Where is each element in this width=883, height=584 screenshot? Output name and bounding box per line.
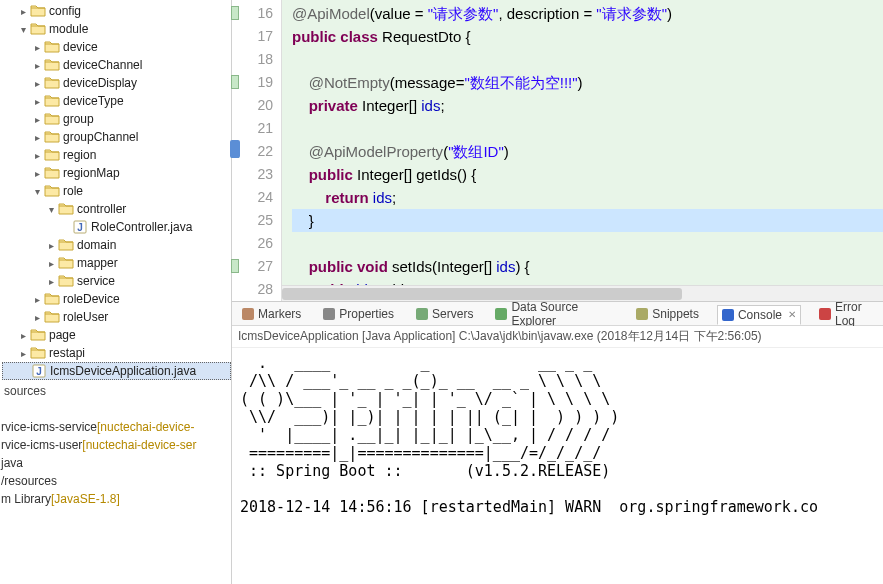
tree-folder[interactable]: ▾module <box>2 20 231 38</box>
expand-icon[interactable]: ▸ <box>30 94 44 108</box>
expand-icon[interactable]: ▸ <box>16 328 30 342</box>
editor-h-scrollbar[interactable] <box>282 285 883 301</box>
line-number[interactable]: 16 <box>232 2 273 25</box>
expand-icon[interactable]: ▸ <box>30 130 44 144</box>
project-entry[interactable]: m Library [JavaSE-1.8] <box>0 490 231 508</box>
bookmark-icon[interactable] <box>230 140 240 158</box>
code-line[interactable] <box>292 117 883 140</box>
code-line[interactable]: public class RequestDto { <box>292 25 883 48</box>
view-tab-snippets[interactable]: Snippets <box>632 305 703 323</box>
project-entry[interactable]: rvice-icms-user [nuctechai-device-ser <box>0 436 231 454</box>
expand-icon[interactable]: ▾ <box>16 22 30 36</box>
tree-folder[interactable]: ▸domain <box>2 236 231 254</box>
expand-icon[interactable]: ▾ <box>44 202 58 216</box>
expand-icon[interactable]: ▸ <box>30 310 44 324</box>
expand-icon[interactable]: ▸ <box>16 346 30 360</box>
code-line[interactable]: public Integer[] getIds() { <box>292 163 883 186</box>
change-marker-icon[interactable] <box>231 6 239 20</box>
code-line[interactable]: public void setIds(Integer[] ids) { <box>292 255 883 278</box>
code-line[interactable]: return ids; <box>292 186 883 209</box>
view-tab-error-log[interactable]: Error Log <box>815 298 883 330</box>
tree-folder[interactable]: ▾controller <box>2 200 231 218</box>
line-number[interactable]: 24 <box>232 186 273 209</box>
tree-folder[interactable]: ▸config <box>2 2 231 20</box>
expand-icon[interactable]: ▸ <box>30 40 44 54</box>
line-number[interactable]: 19 <box>232 71 273 94</box>
expand-icon[interactable] <box>17 364 31 378</box>
tree-folder[interactable]: ▸region <box>2 146 231 164</box>
tree-folder[interactable]: ▸deviceType <box>2 92 231 110</box>
line-number[interactable]: 27 <box>232 255 273 278</box>
code-line[interactable]: } <box>292 209 883 232</box>
change-marker-icon[interactable] <box>231 259 239 273</box>
view-tab-markers[interactable]: Markers <box>238 305 305 323</box>
console-launch-info: IcmsDeviceApplication [Java Application]… <box>232 326 883 348</box>
tree-folder[interactable]: ▸deviceChannel <box>2 56 231 74</box>
view-tab-console[interactable]: Console✕ <box>717 305 801 325</box>
change-marker-icon[interactable] <box>231 75 239 89</box>
expand-icon[interactable]: ▸ <box>16 4 30 18</box>
expand-icon[interactable]: ▸ <box>30 292 44 306</box>
tree-folder[interactable]: ▸page <box>2 326 231 344</box>
tree-folder[interactable]: ▸device <box>2 38 231 56</box>
tree-folder[interactable]: ▾role <box>2 182 231 200</box>
project-label: rvice-icms-user <box>1 438 82 452</box>
views-tabbar[interactable]: MarkersPropertiesServersData Source Expl… <box>232 302 883 326</box>
code-line[interactable] <box>292 232 883 255</box>
line-number[interactable]: 25 <box>232 209 273 232</box>
code-line[interactable]: private Integer[] ids; <box>292 94 883 117</box>
tree-folder[interactable]: ▸restapi <box>2 344 231 362</box>
code-content[interactable]: @ApiModel(value = "请求参数", description = … <box>282 0 883 301</box>
expand-icon[interactable]: ▸ <box>30 76 44 90</box>
view-tab-properties[interactable]: Properties <box>319 305 398 323</box>
view-tab-servers[interactable]: Servers <box>412 305 477 323</box>
tree-folder[interactable]: ▸deviceDisplay <box>2 74 231 92</box>
code-line[interactable]: @NotEmpty(message="数组不能为空!!!") <box>292 71 883 94</box>
line-number[interactable]: 22 <box>232 140 273 163</box>
expand-icon[interactable]: ▸ <box>44 256 58 270</box>
package-explorer[interactable]: ▸config▾module▸device▸deviceChannel▸devi… <box>0 0 232 584</box>
line-number[interactable]: 28 <box>232 278 273 301</box>
line-number-gutter[interactable]: 16171819202122232425262728 <box>232 0 282 301</box>
line-number[interactable]: 20 <box>232 94 273 117</box>
expand-icon[interactable]: ▸ <box>30 148 44 162</box>
expand-icon[interactable]: ▸ <box>30 58 44 72</box>
line-number[interactable]: 17 <box>232 25 273 48</box>
tree-folder[interactable]: ▸roleUser <box>2 308 231 326</box>
tree-file[interactable]: JIcmsDeviceApplication.java <box>2 362 231 380</box>
folder-icon <box>58 201 74 217</box>
tab-label: Error Log <box>835 300 879 328</box>
tab-label: Data Source Explorer <box>511 300 614 328</box>
code-editor[interactable]: 16171819202122232425262728 @ApiModel(val… <box>232 0 883 302</box>
tree-folder[interactable]: ▸groupChannel <box>2 128 231 146</box>
expand-icon[interactable]: ▾ <box>30 184 44 198</box>
project-entry[interactable]: /resources <box>0 472 231 490</box>
line-number[interactable]: 23 <box>232 163 273 186</box>
project-entry[interactable]: rvice-icms-service [nuctechai-device- <box>0 418 231 436</box>
line-number[interactable]: 26 <box>232 232 273 255</box>
line-number[interactable]: 21 <box>232 117 273 140</box>
console-output[interactable]: . ____ _ __ _ _ /\\ / ___'_ __ _ _(_)_ _… <box>232 348 883 584</box>
close-icon[interactable]: ✕ <box>788 309 796 320</box>
code-line[interactable]: @ApiModelProperty("数组ID") <box>292 140 883 163</box>
project-entry[interactable]: java <box>0 454 231 472</box>
tree-item-label: device <box>63 40 98 54</box>
code-line[interactable]: @ApiModel(value = "请求参数", description = … <box>292 2 883 25</box>
code-line[interactable] <box>292 48 883 71</box>
tree-folder[interactable]: ▸mapper <box>2 254 231 272</box>
expand-icon[interactable]: ▸ <box>44 238 58 252</box>
expand-icon[interactable] <box>58 220 72 234</box>
tree-folder[interactable]: ▸regionMap <box>2 164 231 182</box>
view-tab-data-source-explorer[interactable]: Data Source Explorer <box>491 298 618 330</box>
expand-icon[interactable]: ▸ <box>30 166 44 180</box>
tree-file[interactable]: JRoleController.java <box>2 218 231 236</box>
expand-icon[interactable]: ▸ <box>44 274 58 288</box>
tree-folder[interactable]: ▸group <box>2 110 231 128</box>
tree-item-label: controller <box>77 202 126 216</box>
tab-label: Snippets <box>652 307 699 321</box>
tree-folder[interactable]: ▸roleDevice <box>2 290 231 308</box>
tree-folder[interactable]: ▸service <box>2 272 231 290</box>
project-suffix: [nuctechai-device- <box>97 420 194 434</box>
expand-icon[interactable]: ▸ <box>30 112 44 126</box>
line-number[interactable]: 18 <box>232 48 273 71</box>
